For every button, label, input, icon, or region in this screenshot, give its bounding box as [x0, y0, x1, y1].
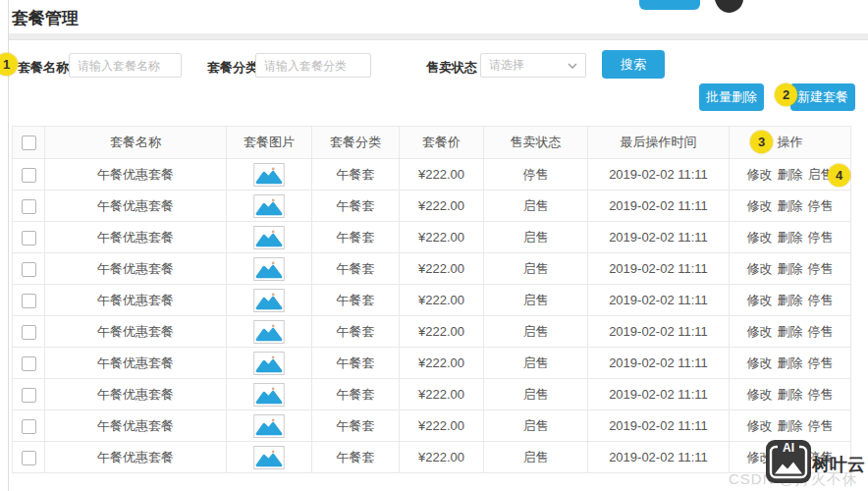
package-image-icon[interactable]: [253, 257, 285, 281]
cell-package-price: ¥222.00: [400, 410, 484, 442]
table-row: 午餐优惠套餐 午餐套 ¥222.00 启售 2019-02-02 11:11 修…: [13, 316, 851, 348]
action-delete[interactable]: 删除: [778, 418, 803, 433]
row-checkbox[interactable]: [22, 451, 36, 465]
action-toggle-sale[interactable]: 停售: [808, 230, 834, 245]
cell-package-category: 午餐套: [312, 442, 400, 473]
cell-package-name: 午餐优惠套餐: [45, 159, 227, 191]
row-checkbox[interactable]: [22, 325, 36, 340]
cell-package-price: ¥222.00: [400, 442, 484, 473]
action-edit[interactable]: 修改: [747, 418, 773, 433]
cell-package-price: ¥222.00: [400, 159, 484, 191]
new-package-button[interactable]: 新建套餐: [790, 83, 855, 111]
action-toggle-sale[interactable]: 停售: [808, 418, 834, 433]
table-row: 午餐优惠套餐 午餐套 ¥222.00 启售 2019-02-02 11:11 修…: [13, 379, 851, 410]
action-delete[interactable]: 删除: [778, 198, 803, 213]
action-delete[interactable]: 删除: [778, 355, 803, 370]
package-image-icon[interactable]: [253, 383, 285, 407]
action-delete[interactable]: 删除: [778, 167, 803, 182]
callout-badge-3: 3: [750, 131, 773, 153]
action-edit[interactable]: 修改: [747, 293, 773, 307]
cell-package-category: 午餐套: [312, 379, 400, 410]
action-edit[interactable]: 修改: [747, 230, 773, 245]
cell-actions: 修改删除停售: [730, 410, 851, 442]
search-button[interactable]: 搜索: [602, 50, 665, 79]
cell-last-op-time: 2019-02-02 11:11: [588, 253, 730, 285]
action-toggle-sale[interactable]: 停售: [808, 324, 834, 339]
row-checkbox[interactable]: [22, 388, 36, 403]
package-table: 套餐名称 套餐图片 套餐分类 套餐价 售卖状态 最后操作时间 操作 午餐优惠套餐: [12, 126, 850, 473]
cell-package-category: 午餐套: [312, 316, 400, 348]
action-toggle-sale[interactable]: 停售: [808, 261, 834, 276]
package-image-icon[interactable]: [253, 352, 285, 375]
action-edit[interactable]: 修改: [747, 355, 773, 370]
action-edit[interactable]: 修改: [747, 387, 773, 402]
cell-package-category: 午餐套: [312, 159, 400, 191]
header-last-op-time: 最后操作时间: [588, 127, 730, 159]
cell-actions: 修改删除停售: [730, 348, 851, 379]
ai-image-watermark-badge: AI: [766, 440, 811, 483]
action-edit[interactable]: 修改: [747, 261, 773, 276]
batch-delete-button[interactable]: 批量删除: [699, 83, 764, 111]
package-image-icon[interactable]: [253, 320, 285, 344]
action-edit[interactable]: 修改: [747, 198, 773, 213]
package-category-label: 套餐分类: [207, 59, 258, 77]
row-checkbox[interactable]: [22, 199, 36, 214]
cell-package-name: 午餐优惠套餐: [45, 316, 227, 348]
cell-package-price: ¥222.00: [400, 285, 484, 316]
action-edit[interactable]: 修改: [747, 167, 773, 182]
cell-package-name: 午餐优惠套餐: [45, 379, 227, 410]
action-edit[interactable]: 修改: [747, 324, 773, 339]
action-toggle-sale[interactable]: 停售: [808, 355, 834, 370]
sale-status-select[interactable]: 请选择: [480, 53, 586, 78]
row-checkbox[interactable]: [22, 419, 36, 434]
cell-package-price: ¥222.00: [400, 348, 484, 379]
action-delete[interactable]: 删除: [778, 324, 803, 339]
action-toggle-sale[interactable]: 停售: [808, 387, 834, 402]
row-checkbox[interactable]: [22, 356, 36, 371]
cell-package-category: 午餐套: [312, 253, 400, 285]
cell-sale-status: 启售: [484, 222, 588, 253]
cell-package-price: ¥222.00: [400, 316, 484, 348]
table-row: 午餐优惠套餐 午餐套 ¥222.00 启售 2019-02-02 11:11 修…: [13, 285, 851, 316]
watermark-ai-label: AI: [783, 441, 794, 455]
cell-package-name: 午餐优惠套餐: [45, 253, 227, 285]
table-body: 午餐优惠套餐 午餐套 ¥222.00 停售 2019-02-02 11:11 修…: [13, 159, 851, 473]
row-checkbox[interactable]: [22, 262, 36, 277]
cell-package-name: 午餐优惠套餐: [45, 285, 227, 316]
action-delete[interactable]: 删除: [778, 387, 803, 402]
cell-last-op-time: 2019-02-02 11:11: [588, 191, 730, 222]
cropped-black-logo-fragment: [713, 0, 744, 14]
package-image-icon[interactable]: [253, 289, 285, 312]
cell-actions: 修改删除停售: [730, 222, 851, 253]
action-toggle-sale[interactable]: 停售: [808, 198, 834, 213]
action-delete[interactable]: 删除: [778, 230, 803, 245]
table-row: 午餐优惠套餐 午餐套 ¥222.00 启售 2019-02-02 11:11 修…: [13, 222, 851, 253]
callout-badge-2: 2: [775, 83, 797, 106]
select-all-checkbox[interactable]: [22, 136, 36, 150]
package-category-input[interactable]: [255, 53, 371, 78]
cropped-blue-button-fragment: [639, 0, 700, 10]
table-row: 午餐优惠套餐 午餐套 ¥222.00 启售 2019-02-02 11:11 修…: [13, 348, 851, 379]
package-name-label: 套餐名称: [18, 59, 69, 77]
package-image-icon[interactable]: [253, 163, 285, 187]
cell-last-op-time: 2019-02-02 11:11: [588, 442, 730, 473]
cell-sale-status: 启售: [484, 285, 588, 316]
table-row: 午餐优惠套餐 午餐套 ¥222.00 启售 2019-02-02 11:11 修…: [13, 253, 851, 285]
action-toggle-sale[interactable]: 停售: [808, 293, 834, 307]
cell-package-category: 午餐套: [312, 348, 400, 379]
table-row: 午餐优惠套餐 午餐套 ¥222.00 启售 2019-02-02 11:11 修…: [13, 442, 851, 473]
row-checkbox[interactable]: [22, 231, 36, 246]
action-delete[interactable]: 删除: [778, 261, 803, 276]
package-image-icon[interactable]: [253, 226, 285, 249]
package-name-input[interactable]: [69, 53, 182, 78]
row-checkbox[interactable]: [22, 168, 36, 183]
cell-package-price: ¥222.00: [400, 253, 484, 285]
package-image-icon[interactable]: [253, 414, 285, 438]
package-image-icon[interactable]: [253, 194, 285, 218]
row-checkbox[interactable]: [22, 294, 36, 308]
cell-package-category: 午餐套: [312, 222, 400, 253]
cell-last-op-time: 2019-02-02 11:11: [588, 222, 730, 253]
action-delete[interactable]: 删除: [778, 293, 803, 307]
watermark-brand-text: 树叶云: [812, 453, 865, 476]
package-image-icon[interactable]: [253, 446, 285, 469]
